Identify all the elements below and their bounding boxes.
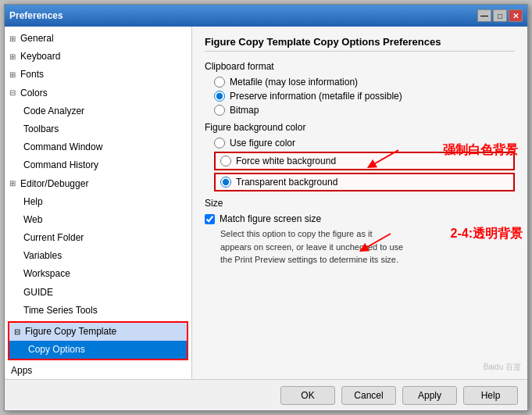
- expand-icon-keyboard: ⊞: [9, 51, 19, 63]
- panel-title: Figure Copy Template Copy Options Prefer…: [205, 36, 515, 52]
- maximize-button[interactable]: □: [493, 9, 507, 22]
- sidebar-label-help: Help: [23, 195, 43, 209]
- sidebar-label-copy-options: Copy Options: [28, 342, 85, 357]
- sidebar-label-current-folder: Current Folder: [23, 231, 84, 245]
- sidebar-item-figure-copy-template[interactable]: ⊟ Figure Copy Template: [9, 323, 187, 341]
- expand-icon-general: ⊞: [9, 33, 19, 45]
- sidebar-item-colors[interactable]: ⊟ Colors: [5, 84, 191, 102]
- clipboard-format-group: Metafile (may lose information) Preserve…: [214, 77, 515, 116]
- sidebar-scroll[interactable]: ⊞ General ⊞ Keyboard ⊞ Fonts ⊟ Colors Co…: [5, 30, 191, 376]
- size-label: Size: [205, 198, 515, 209]
- radio-force-white-label: Force white background: [236, 156, 336, 166]
- sidebar-item-variables[interactable]: Variables: [5, 247, 191, 265]
- radio-transparent-label: Transparent background: [236, 177, 337, 188]
- radio-use-figure-label: Use figure color: [230, 138, 295, 148]
- expand-icon-editor: ⊞: [9, 177, 19, 190]
- radio-metafile[interactable]: Metafile (may lose information): [214, 77, 515, 88]
- radio-bitmap-input[interactable]: [214, 105, 225, 116]
- sidebar-label-keyboard: Keyboard: [20, 49, 60, 64]
- content-area: ⊞ General ⊞ Keyboard ⊞ Fonts ⊟ Colors Co…: [5, 27, 527, 379]
- sidebar-label-web: Web: [23, 213, 42, 227]
- sidebar-item-editor-debugger[interactable]: ⊞ Editor/Debugger: [5, 175, 191, 193]
- sidebar-label-workspace: Workspace: [23, 267, 70, 281]
- expand-icon-colors: ⊟: [9, 87, 19, 99]
- sidebar-label-guide: GUIDE: [23, 285, 53, 300]
- sidebar-item-current-folder[interactable]: Current Folder: [5, 229, 191, 247]
- transparent-box: Transparent background: [214, 173, 515, 191]
- radio-preserve[interactable]: Preserve information (metafile if possib…: [214, 91, 515, 102]
- radio-use-figure[interactable]: Use figure color: [214, 138, 515, 148]
- sidebar-item-help[interactable]: Help: [5, 193, 191, 211]
- sidebar-label-apps: Apps: [11, 363, 32, 376]
- match-size-label: Match figure screen size: [220, 213, 321, 224]
- match-size-item[interactable]: Match figure screen size: [205, 213, 515, 224]
- apply-button[interactable]: Apply: [402, 386, 457, 405]
- radio-transparent-input[interactable]: [220, 177, 231, 188]
- radio-preserve-label: Preserve information (metafile if possib…: [230, 91, 402, 102]
- expand-icon-fct: ⊟: [14, 326, 23, 338]
- sidebar-label-variables: Variables: [23, 249, 62, 263]
- sidebar-item-apps[interactable]: Apps: [5, 362, 191, 376]
- sidebar-label-fonts: Fonts: [20, 67, 44, 82]
- cancel-button[interactable]: Cancel: [341, 386, 396, 405]
- radio-metafile-input[interactable]: [214, 77, 225, 88]
- sidebar-label-code-analyzer: Code Analyzer: [23, 104, 84, 119]
- preferences-window: Preferences — □ ✕ ⊞ General ⊞ Keyboard ⊞: [4, 4, 528, 411]
- sidebar-item-general[interactable]: ⊞ General: [5, 30, 191, 48]
- radio-bitmap[interactable]: Bitmap: [214, 105, 515, 116]
- sidebar-label-command-history: Command History: [23, 158, 98, 173]
- sidebar-item-command-window[interactable]: Command Window: [5, 138, 191, 156]
- radio-preserve-input[interactable]: [214, 91, 225, 102]
- match-size-checkbox[interactable]: [205, 214, 215, 224]
- sidebar-item-workspace[interactable]: Workspace: [5, 265, 191, 283]
- sidebar-label-time-series: Time Series Tools: [23, 303, 98, 318]
- sidebar-item-keyboard[interactable]: ⊞ Keyboard: [5, 48, 191, 66]
- help-button[interactable]: Help: [463, 386, 518, 405]
- sidebar-item-guide[interactable]: GUIDE: [5, 284, 191, 302]
- titlebar-controls: — □ ✕: [477, 9, 523, 22]
- titlebar-title: Preferences: [9, 10, 63, 21]
- figure-copy-template-box: ⊟ Figure Copy Template Copy Options: [8, 321, 188, 360]
- bottom-bar: OK Cancel Apply Help: [5, 379, 527, 410]
- sidebar-item-code-analyzer[interactable]: Code Analyzer: [5, 102, 191, 120]
- sidebar-item-copy-options[interactable]: Copy Options: [9, 341, 187, 359]
- sidebar-label-general: General: [20, 31, 54, 46]
- watermark: Baidu 百度: [484, 362, 521, 373]
- fig-bg-label: Figure background color: [205, 122, 515, 133]
- radio-use-figure-input[interactable]: [214, 138, 225, 148]
- window-title: Preferences: [9, 10, 63, 21]
- sidebar-label-toolbars: Toolbars: [23, 122, 59, 137]
- radio-bitmap-label: Bitmap: [230, 105, 259, 116]
- radio-force-white-input[interactable]: [220, 156, 231, 166]
- sidebar-label-fct: Figure Copy Template: [25, 324, 116, 339]
- sidebar-item-web[interactable]: Web: [5, 211, 191, 229]
- close-button[interactable]: ✕: [509, 9, 523, 22]
- sidebar-item-time-series[interactable]: Time Series Tools: [5, 302, 191, 320]
- size-description: Select this option to copy the figure as…: [220, 227, 515, 267]
- titlebar: Preferences — □ ✕: [5, 5, 527, 27]
- sidebar-label-editor-debugger: Editor/Debugger: [20, 177, 88, 191]
- clipboard-format-label: Clipboard format: [205, 61, 515, 72]
- sidebar-item-command-history[interactable]: Command History: [5, 156, 191, 174]
- radio-metafile-label: Metafile (may lose information): [230, 77, 358, 88]
- minimize-button[interactable]: —: [477, 9, 491, 22]
- main-panel: Figure Copy Template Copy Options Prefer…: [192, 27, 527, 379]
- sidebar-item-toolbars[interactable]: Toolbars: [5, 120, 191, 138]
- sidebar-label-command-window: Command Window: [23, 140, 102, 155]
- sidebar-label-colors: Colors: [20, 86, 48, 101]
- fig-bg-group: Use figure color Force white background …: [214, 138, 515, 191]
- force-white-box: Force white background: [214, 152, 515, 170]
- sidebar: ⊞ General ⊞ Keyboard ⊞ Fonts ⊟ Colors Co…: [5, 27, 192, 379]
- expand-icon-fonts: ⊞: [9, 69, 19, 81]
- ok-button[interactable]: OK: [280, 386, 335, 405]
- sidebar-item-fonts[interactable]: ⊞ Fonts: [5, 66, 191, 84]
